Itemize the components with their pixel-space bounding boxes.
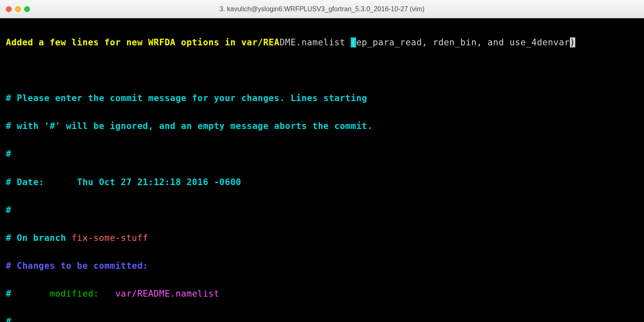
cursor-open-paren: ( — [351, 37, 356, 47]
commit-msg-rest1: DME.namelist — [280, 37, 351, 47]
branch-line: # On branch fix-some-stuff — [6, 231, 638, 245]
window-title: 3. kavulich@yslogin6:WRFPLUSV3_gfortran_… — [220, 5, 424, 13]
terminal-viewport[interactable]: Added a few lines for new WRFDA options … — [0, 18, 644, 322]
changes-heading: # Changes to be committed: — [6, 259, 638, 273]
minimize-button[interactable] — [15, 6, 21, 12]
commit-message-line: Added a few lines for new WRFDA options … — [6, 36, 638, 50]
commit-msg-highlighted: Added a few lines for new WRFDA options … — [6, 37, 280, 47]
close-paren-highlight: ) — [570, 37, 575, 47]
comment-line: # with '#' will be ignored, and an empty… — [6, 119, 638, 134]
close-button[interactable] — [6, 6, 12, 12]
traffic-lights — [0, 6, 30, 12]
modified-label: modified: — [50, 289, 115, 299]
comment-line: # — [6, 147, 638, 161]
maximize-button[interactable] — [24, 6, 30, 12]
branch-name: fix-some-stuff — [72, 233, 148, 243]
comment-line: # — [6, 315, 638, 322]
date-line: # Date: Thu Oct 27 21:12:18 2016 -0600 — [6, 176, 638, 190]
comment-line: # Please enter the commit message for yo… — [6, 92, 638, 106]
modified-filename: var/README.namelist — [115, 289, 220, 299]
comment-line: # — [6, 203, 638, 218]
window-titlebar: 3. kavulich@yslogin6:WRFPLUSV3_gfortran_… — [0, 0, 644, 18]
blank-line — [6, 64, 638, 78]
modified-file-line: # modified: var/README.namelist — [6, 287, 638, 301]
commit-date: Thu Oct 27 21:12:18 2016 -0600 — [77, 177, 241, 187]
commit-msg-rest2: ep_para_read, rden_bin, and use_4denvar — [356, 37, 570, 47]
